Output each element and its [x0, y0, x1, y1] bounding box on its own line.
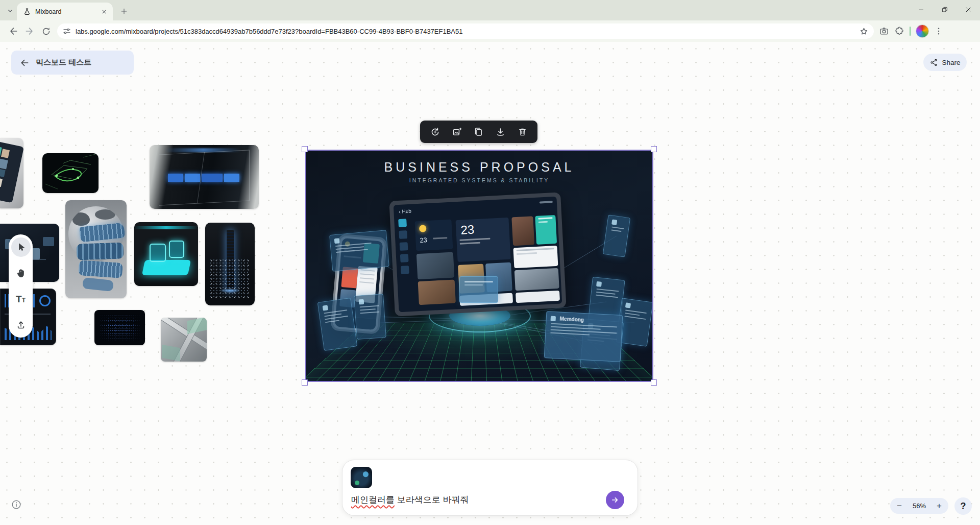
white-card — [513, 246, 558, 268]
zoom-level: 56% — [913, 502, 926, 510]
board-header[interactable]: 믹스보드 테스트 — [11, 51, 134, 75]
photo-tile — [514, 268, 559, 291]
info-icon — [11, 499, 22, 510]
site-info-icon[interactable] — [62, 27, 71, 36]
profile-avatar[interactable] — [916, 25, 929, 38]
mockup-tablet-shape — [0, 140, 23, 203]
circuit-board-art — [42, 153, 99, 193]
extensions-puzzle-icon[interactable] — [894, 26, 904, 36]
forward-button[interactable] — [21, 23, 38, 39]
thumbnail-green-circuit[interactable] — [42, 153, 99, 193]
photo-tile — [418, 279, 456, 305]
browser-toolbar: labs.google.com/mixboard/projects/51c383… — [0, 20, 980, 42]
prompt-card[interactable]: 메인컬러를 보라색으로 바꿔줘 — [342, 460, 638, 516]
chevron-down-icon — [6, 7, 14, 15]
selection-handle-top-left[interactable] — [302, 146, 308, 152]
cursor-icon — [16, 242, 26, 252]
close-icon — [964, 6, 972, 14]
teal-card — [535, 215, 557, 245]
tool-rail: TT — [9, 234, 33, 338]
close-window-button[interactable] — [957, 0, 980, 19]
selection-handle-bottom-left[interactable] — [302, 379, 308, 386]
tablet-sidebar — [398, 219, 414, 308]
upload-icon — [16, 320, 26, 330]
download-button[interactable] — [492, 123, 509, 140]
duplicate-icon — [473, 127, 484, 137]
info-button[interactable] — [9, 497, 23, 512]
back-arrow-icon — [8, 26, 18, 36]
browser-titlebar: Mixboard — [0, 0, 980, 20]
add-image-button[interactable] — [448, 123, 465, 140]
selection-handle-bottom-right[interactable] — [651, 379, 657, 386]
prompt-reference-thumbnail[interactable] — [351, 467, 372, 488]
floating-panel — [354, 294, 386, 340]
tab-close-button[interactable] — [100, 7, 109, 16]
weather-card: 23 — [455, 218, 510, 262]
weather-mini: 23 — [414, 220, 453, 251]
download-icon — [495, 127, 506, 137]
zoom-in-button[interactable]: + — [937, 501, 942, 511]
thumbnail-data-globe[interactable] — [65, 200, 127, 298]
reload-button[interactable] — [38, 23, 54, 39]
delete-button[interactable] — [514, 123, 531, 140]
minimize-button[interactable] — [910, 0, 933, 19]
back-arrow-icon[interactable] — [19, 58, 30, 68]
photo-tile — [416, 252, 455, 280]
forward-arrow-icon — [24, 26, 35, 36]
window-controls — [910, 0, 980, 20]
reload-icon — [41, 27, 51, 36]
minimize-icon — [917, 6, 925, 14]
back-button[interactable] — [5, 23, 21, 39]
floating-panel — [459, 276, 498, 303]
arrow-right-icon — [610, 495, 620, 505]
selection-handle-top-right[interactable] — [651, 146, 657, 152]
prompt-text-rest: 보라색으로 바꿔줘 — [395, 495, 469, 505]
new-tab-button[interactable] — [117, 5, 131, 18]
hand-icon — [15, 268, 27, 279]
prompt-submit-button[interactable] — [606, 491, 624, 509]
help-button[interactable]: ? — [954, 497, 972, 515]
tool-text[interactable]: TT — [11, 289, 31, 308]
tab-title: Mixboard — [35, 8, 95, 15]
url-text[interactable]: labs.google.com/mixboard/projects/51c383… — [76, 28, 859, 35]
restore-button[interactable] — [933, 0, 957, 19]
url-bar[interactable]: labs.google.com/mixboard/projects/51c383… — [57, 23, 874, 39]
board-title: 믹스보드 테스트 — [36, 58, 91, 67]
help-glyph: ? — [961, 501, 966, 512]
camera-icon[interactable] — [879, 26, 889, 36]
prompt-input[interactable]: 메인컬러를 보라색으로 바꿔줘 — [351, 494, 469, 506]
thumbnail-matrix[interactable] — [94, 310, 145, 345]
tablet-app-name: ‹ Hub — [399, 208, 411, 214]
thumbnail-cyan-device[interactable] — [134, 222, 198, 286]
duplicate-button[interactable] — [470, 123, 487, 140]
tool-select-cursor[interactable] — [11, 237, 31, 257]
restore-icon — [941, 6, 949, 14]
browser-tab-mixboard[interactable]: Mixboard — [17, 3, 113, 20]
labs-flask-icon — [23, 8, 31, 16]
share-icon — [929, 58, 938, 67]
thumbnail-screen-mockup[interactable] — [0, 138, 23, 208]
glass-frame — [159, 150, 250, 205]
thumbnail-data-tower[interactable] — [205, 223, 255, 305]
menu-dots-icon[interactable] — [934, 27, 943, 36]
zoom-out-button[interactable]: − — [897, 501, 902, 511]
thumbnail-server-room[interactable] — [150, 145, 259, 209]
selection-toolbar — [420, 121, 537, 143]
share-button[interactable]: Share — [923, 54, 967, 71]
white-card — [516, 291, 560, 303]
thumbnail-glass-cube[interactable] — [161, 318, 207, 362]
selected-image[interactable]: BUSINESS PROPOSAL INTEGRATED SYSTEMS & S… — [305, 150, 653, 382]
regenerate-icon — [430, 127, 440, 137]
photo-tile — [511, 216, 534, 246]
device-box — [150, 244, 166, 262]
plus-icon — [120, 7, 128, 15]
toolbar-divider — [910, 27, 911, 36]
bookmark-star-icon[interactable] — [859, 27, 869, 36]
panel-label: Memdong — [557, 315, 586, 323]
floating-panel-labeled: Memdong — [544, 311, 623, 362]
mixboard-canvas[interactable]: 믹스보드 테스트 Share — [0, 42, 980, 525]
tool-upload[interactable] — [11, 315, 31, 335]
tab-search-button[interactable] — [4, 5, 16, 17]
tool-pan-hand[interactable] — [11, 264, 31, 283]
regenerate-button[interactable] — [426, 123, 444, 140]
